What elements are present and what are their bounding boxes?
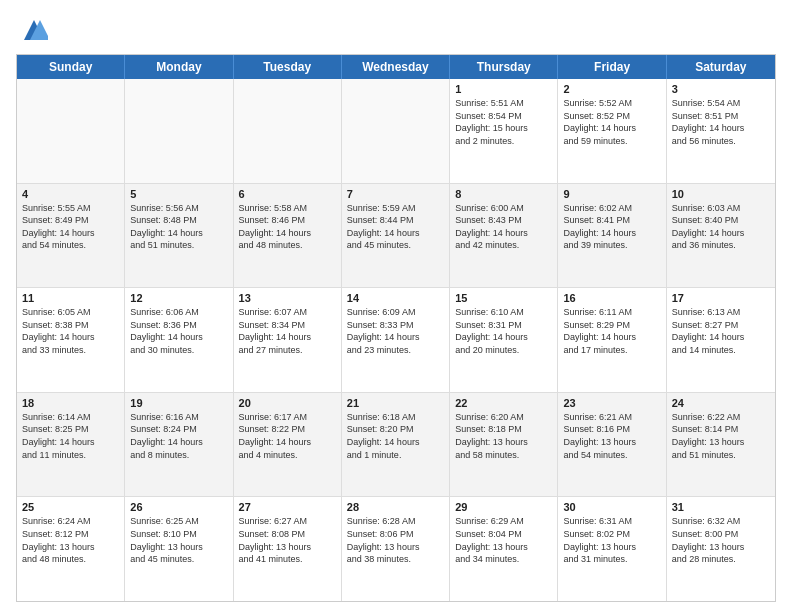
calendar-header: SundayMondayTuesdayWednesdayThursdayFrid… — [17, 55, 775, 79]
day-info: Sunrise: 6:07 AM Sunset: 8:34 PM Dayligh… — [239, 306, 336, 356]
calendar-cell-empty — [125, 79, 233, 183]
calendar-grid: SundayMondayTuesdayWednesdayThursdayFrid… — [16, 54, 776, 602]
day-info: Sunrise: 6:00 AM Sunset: 8:43 PM Dayligh… — [455, 202, 552, 252]
day-info: Sunrise: 6:28 AM Sunset: 8:06 PM Dayligh… — [347, 515, 444, 565]
day-info: Sunrise: 6:32 AM Sunset: 8:00 PM Dayligh… — [672, 515, 770, 565]
calendar-cell-day-14: 14Sunrise: 6:09 AM Sunset: 8:33 PM Dayli… — [342, 288, 450, 392]
day-info: Sunrise: 5:54 AM Sunset: 8:51 PM Dayligh… — [672, 97, 770, 147]
day-info: Sunrise: 5:58 AM Sunset: 8:46 PM Dayligh… — [239, 202, 336, 252]
header-day-sunday: Sunday — [17, 55, 125, 79]
calendar-cell-day-2: 2Sunrise: 5:52 AM Sunset: 8:52 PM Daylig… — [558, 79, 666, 183]
day-number: 15 — [455, 292, 552, 304]
calendar-cell-day-20: 20Sunrise: 6:17 AM Sunset: 8:22 PM Dayli… — [234, 393, 342, 497]
calendar-cell-day-23: 23Sunrise: 6:21 AM Sunset: 8:16 PM Dayli… — [558, 393, 666, 497]
day-number: 6 — [239, 188, 336, 200]
day-number: 10 — [672, 188, 770, 200]
calendar-cell-day-22: 22Sunrise: 6:20 AM Sunset: 8:18 PM Dayli… — [450, 393, 558, 497]
day-info: Sunrise: 6:22 AM Sunset: 8:14 PM Dayligh… — [672, 411, 770, 461]
day-info: Sunrise: 6:03 AM Sunset: 8:40 PM Dayligh… — [672, 202, 770, 252]
calendar-cell-day-28: 28Sunrise: 6:28 AM Sunset: 8:06 PM Dayli… — [342, 497, 450, 601]
day-number: 17 — [672, 292, 770, 304]
day-number: 9 — [563, 188, 660, 200]
day-number: 8 — [455, 188, 552, 200]
calendar-cell-day-3: 3Sunrise: 5:54 AM Sunset: 8:51 PM Daylig… — [667, 79, 775, 183]
day-info: Sunrise: 6:09 AM Sunset: 8:33 PM Dayligh… — [347, 306, 444, 356]
header-day-wednesday: Wednesday — [342, 55, 450, 79]
day-number: 12 — [130, 292, 227, 304]
day-number: 27 — [239, 501, 336, 513]
day-number: 26 — [130, 501, 227, 513]
day-info: Sunrise: 6:13 AM Sunset: 8:27 PM Dayligh… — [672, 306, 770, 356]
day-number: 11 — [22, 292, 119, 304]
calendar-row-2: 4Sunrise: 5:55 AM Sunset: 8:49 PM Daylig… — [17, 184, 775, 289]
calendar-cell-day-9: 9Sunrise: 6:02 AM Sunset: 8:41 PM Daylig… — [558, 184, 666, 288]
calendar-cell-day-13: 13Sunrise: 6:07 AM Sunset: 8:34 PM Dayli… — [234, 288, 342, 392]
page-header — [16, 16, 776, 44]
day-info: Sunrise: 6:11 AM Sunset: 8:29 PM Dayligh… — [563, 306, 660, 356]
day-info: Sunrise: 6:18 AM Sunset: 8:20 PM Dayligh… — [347, 411, 444, 461]
calendar-cell-empty — [17, 79, 125, 183]
day-info: Sunrise: 6:24 AM Sunset: 8:12 PM Dayligh… — [22, 515, 119, 565]
day-info: Sunrise: 5:55 AM Sunset: 8:49 PM Dayligh… — [22, 202, 119, 252]
calendar-cell-day-1: 1Sunrise: 5:51 AM Sunset: 8:54 PM Daylig… — [450, 79, 558, 183]
calendar-row-1: 1Sunrise: 5:51 AM Sunset: 8:54 PM Daylig… — [17, 79, 775, 184]
day-number: 25 — [22, 501, 119, 513]
calendar-row-5: 25Sunrise: 6:24 AM Sunset: 8:12 PM Dayli… — [17, 497, 775, 601]
day-number: 31 — [672, 501, 770, 513]
header-day-thursday: Thursday — [450, 55, 558, 79]
calendar-cell-day-16: 16Sunrise: 6:11 AM Sunset: 8:29 PM Dayli… — [558, 288, 666, 392]
day-info: Sunrise: 6:02 AM Sunset: 8:41 PM Dayligh… — [563, 202, 660, 252]
day-info: Sunrise: 6:06 AM Sunset: 8:36 PM Dayligh… — [130, 306, 227, 356]
day-number: 1 — [455, 83, 552, 95]
calendar-cell-empty — [342, 79, 450, 183]
header-day-friday: Friday — [558, 55, 666, 79]
calendar-cell-day-26: 26Sunrise: 6:25 AM Sunset: 8:10 PM Dayli… — [125, 497, 233, 601]
calendar-cell-day-15: 15Sunrise: 6:10 AM Sunset: 8:31 PM Dayli… — [450, 288, 558, 392]
calendar-row-3: 11Sunrise: 6:05 AM Sunset: 8:38 PM Dayli… — [17, 288, 775, 393]
day-number: 19 — [130, 397, 227, 409]
day-number: 29 — [455, 501, 552, 513]
logo-icon — [20, 16, 48, 44]
day-info: Sunrise: 6:05 AM Sunset: 8:38 PM Dayligh… — [22, 306, 119, 356]
calendar-cell-day-8: 8Sunrise: 6:00 AM Sunset: 8:43 PM Daylig… — [450, 184, 558, 288]
header-day-tuesday: Tuesday — [234, 55, 342, 79]
day-number: 5 — [130, 188, 227, 200]
day-number: 3 — [672, 83, 770, 95]
calendar-cell-empty — [234, 79, 342, 183]
day-number: 22 — [455, 397, 552, 409]
calendar-cell-day-21: 21Sunrise: 6:18 AM Sunset: 8:20 PM Dayli… — [342, 393, 450, 497]
day-number: 16 — [563, 292, 660, 304]
day-number: 4 — [22, 188, 119, 200]
header-day-monday: Monday — [125, 55, 233, 79]
day-number: 30 — [563, 501, 660, 513]
day-info: Sunrise: 5:52 AM Sunset: 8:52 PM Dayligh… — [563, 97, 660, 147]
calendar-cell-day-27: 27Sunrise: 6:27 AM Sunset: 8:08 PM Dayli… — [234, 497, 342, 601]
day-number: 14 — [347, 292, 444, 304]
day-info: Sunrise: 6:16 AM Sunset: 8:24 PM Dayligh… — [130, 411, 227, 461]
calendar-cell-day-25: 25Sunrise: 6:24 AM Sunset: 8:12 PM Dayli… — [17, 497, 125, 601]
day-info: Sunrise: 6:31 AM Sunset: 8:02 PM Dayligh… — [563, 515, 660, 565]
day-number: 13 — [239, 292, 336, 304]
calendar-cell-day-11: 11Sunrise: 6:05 AM Sunset: 8:38 PM Dayli… — [17, 288, 125, 392]
calendar-cell-day-17: 17Sunrise: 6:13 AM Sunset: 8:27 PM Dayli… — [667, 288, 775, 392]
calendar-cell-day-6: 6Sunrise: 5:58 AM Sunset: 8:46 PM Daylig… — [234, 184, 342, 288]
day-number: 24 — [672, 397, 770, 409]
day-number: 7 — [347, 188, 444, 200]
calendar-cell-day-10: 10Sunrise: 6:03 AM Sunset: 8:40 PM Dayli… — [667, 184, 775, 288]
day-info: Sunrise: 5:59 AM Sunset: 8:44 PM Dayligh… — [347, 202, 444, 252]
day-info: Sunrise: 5:51 AM Sunset: 8:54 PM Dayligh… — [455, 97, 552, 147]
calendar-body: 1Sunrise: 5:51 AM Sunset: 8:54 PM Daylig… — [17, 79, 775, 601]
header-day-saturday: Saturday — [667, 55, 775, 79]
day-info: Sunrise: 5:56 AM Sunset: 8:48 PM Dayligh… — [130, 202, 227, 252]
day-info: Sunrise: 6:21 AM Sunset: 8:16 PM Dayligh… — [563, 411, 660, 461]
day-number: 21 — [347, 397, 444, 409]
calendar-cell-day-31: 31Sunrise: 6:32 AM Sunset: 8:00 PM Dayli… — [667, 497, 775, 601]
day-number: 2 — [563, 83, 660, 95]
calendar-cell-day-30: 30Sunrise: 6:31 AM Sunset: 8:02 PM Dayli… — [558, 497, 666, 601]
calendar-cell-day-4: 4Sunrise: 5:55 AM Sunset: 8:49 PM Daylig… — [17, 184, 125, 288]
calendar-page: SundayMondayTuesdayWednesdayThursdayFrid… — [0, 0, 792, 612]
day-number: 28 — [347, 501, 444, 513]
calendar-cell-day-24: 24Sunrise: 6:22 AM Sunset: 8:14 PM Dayli… — [667, 393, 775, 497]
day-info: Sunrise: 6:14 AM Sunset: 8:25 PM Dayligh… — [22, 411, 119, 461]
day-info: Sunrise: 6:27 AM Sunset: 8:08 PM Dayligh… — [239, 515, 336, 565]
